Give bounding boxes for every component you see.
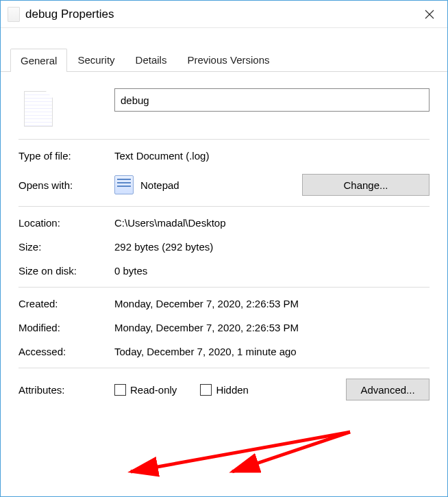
accessed-label: Accessed:	[18, 346, 114, 357]
separator	[18, 287, 430, 288]
tab-content: Type of file: Text Document (.log) Opens…	[1, 72, 447, 413]
size-on-disk-row: Size on disk: 0 bytes	[18, 259, 430, 283]
name-row	[18, 84, 430, 135]
close-button[interactable]	[414, 3, 445, 25]
created-value: Monday, December 7, 2020, 2:26:53 PM	[114, 298, 430, 309]
type-of-file-label: Type of file:	[18, 150, 114, 162]
readonly-checkbox[interactable]	[114, 384, 126, 396]
type-of-file-value: Text Document (.log)	[114, 150, 430, 162]
hidden-checkbox[interactable]	[200, 384, 212, 396]
filename-input[interactable]	[114, 88, 430, 112]
location-value: C:\Users\madal\Desktop	[114, 217, 430, 229]
tab-security[interactable]: Security	[67, 48, 125, 71]
annotation-arrows	[124, 425, 371, 480]
created-row: Created: Monday, December 7, 2020, 2:26:…	[18, 292, 430, 316]
opens-with-label: Opens with:	[18, 179, 114, 191]
tab-previous-versions[interactable]: Previous Versions	[177, 48, 279, 71]
separator	[18, 206, 430, 207]
close-icon	[425, 10, 434, 19]
modified-value: Monday, December 7, 2020, 2:26:53 PM	[114, 322, 430, 333]
advanced-button[interactable]: Advanced...	[346, 379, 430, 400]
change-button[interactable]: Change...	[302, 174, 430, 196]
accessed-value: Today, December 7, 2020, 1 minute ago	[114, 346, 430, 357]
accessed-row: Accessed: Today, December 7, 2020, 1 min…	[18, 340, 430, 364]
properties-window: debug Properties General Security Detail…	[0, 0, 448, 497]
modified-row: Modified: Monday, December 7, 2020, 2:26…	[18, 316, 430, 340]
svg-line-2	[131, 432, 350, 472]
file-icon-large	[24, 91, 53, 127]
window-title: debug Properties	[25, 8, 414, 21]
tab-details[interactable]: Details	[125, 48, 177, 71]
svg-line-3	[232, 432, 350, 472]
file-icon-large-wrap	[18, 88, 114, 127]
readonly-checkbox-wrap: Read-only	[114, 384, 177, 396]
notepad-icon	[114, 175, 134, 194]
separator	[18, 139, 430, 140]
size-value: 292 bytes (292 bytes)	[114, 241, 430, 253]
tabstrip: General Security Details Previous Versio…	[1, 28, 447, 72]
attributes-row: Attributes: Read-only Hidden Advanced...	[18, 372, 430, 407]
titlebar: debug Properties	[1, 1, 447, 28]
created-label: Created:	[18, 298, 114, 309]
opens-with-row: Opens with: Notepad Change...	[18, 168, 430, 202]
hidden-label: Hidden	[216, 384, 249, 396]
attributes-label: Attributes:	[18, 384, 114, 396]
modified-label: Modified:	[18, 322, 114, 333]
location-row: Location: C:\Users\madal\Desktop	[18, 211, 430, 235]
hidden-checkbox-wrap: Hidden	[200, 384, 249, 396]
size-label: Size:	[18, 241, 114, 253]
size-row: Size: 292 bytes (292 bytes)	[18, 235, 430, 259]
file-icon	[8, 7, 20, 22]
opens-with-value: Notepad	[140, 179, 179, 191]
separator	[18, 368, 430, 368]
location-label: Location:	[18, 217, 114, 229]
tab-general[interactable]: General	[10, 49, 67, 72]
type-of-file-row: Type of file: Text Document (.log)	[18, 144, 430, 168]
size-on-disk-value: 0 bytes	[114, 265, 430, 277]
readonly-label: Read-only	[130, 384, 177, 396]
size-on-disk-label: Size on disk:	[18, 265, 114, 277]
